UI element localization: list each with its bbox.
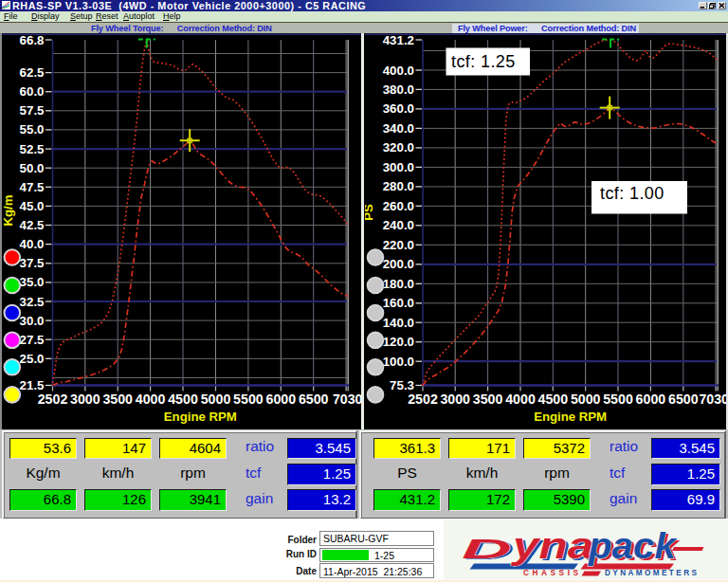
svg-text:6500: 6500 <box>668 392 699 407</box>
svg-text:5500: 5500 <box>603 392 633 407</box>
svg-text:30.0: 30.0 <box>20 314 45 328</box>
svg-text:320.0: 320.0 <box>383 140 414 155</box>
svg-text:52.5: 52.5 <box>20 142 45 156</box>
svg-text:6000: 6000 <box>266 392 297 407</box>
svg-text:62.5: 62.5 <box>20 65 45 80</box>
svg-text:27.5: 27.5 <box>20 333 45 347</box>
svg-text:21.5: 21.5 <box>20 378 45 392</box>
svg-text:5000: 5000 <box>201 392 231 407</box>
svg-text:42.5: 42.5 <box>20 218 45 232</box>
svg-text:360.0: 360.0 <box>383 101 414 116</box>
svg-text:431.2: 431.2 <box>383 33 414 47</box>
svg-text:280.0: 280.0 <box>383 179 414 193</box>
svg-text:2502: 2502 <box>38 392 68 407</box>
svg-text:3000: 3000 <box>70 392 100 407</box>
svg-text:200.0: 200.0 <box>383 257 414 271</box>
svg-text:220.0: 220.0 <box>383 238 414 252</box>
svg-text:3500: 3500 <box>102 392 133 407</box>
svg-text:PS: PS <box>365 204 375 221</box>
svg-text:3000: 3000 <box>440 392 470 407</box>
svg-text:yna: yna <box>511 525 593 565</box>
svg-text:35.0: 35.0 <box>20 275 45 289</box>
svg-text:25.0: 25.0 <box>20 352 45 366</box>
svg-text:2502: 2502 <box>408 392 438 407</box>
svg-text:6500: 6500 <box>299 392 329 407</box>
svg-text:400.0: 400.0 <box>383 64 414 78</box>
svg-text:7030: 7030 <box>699 392 726 407</box>
svg-text:DYNAMOMETERS: DYNAMOMETERS <box>605 569 699 577</box>
svg-text:4500: 4500 <box>168 392 198 407</box>
svg-text:240.0: 240.0 <box>383 218 414 232</box>
svg-text:CHASSIS: CHASSIS <box>523 569 582 577</box>
svg-text:100.0: 100.0 <box>383 355 414 369</box>
svg-text:pack: pack <box>588 526 678 566</box>
svg-text:55.0: 55.0 <box>20 122 45 137</box>
svg-text:57.5: 57.5 <box>20 103 45 118</box>
svg-text:300.0: 300.0 <box>383 160 414 174</box>
svg-text:4000: 4000 <box>136 392 166 407</box>
svg-text:340.0: 340.0 <box>383 121 414 136</box>
svg-text:180.0: 180.0 <box>383 277 414 291</box>
svg-text:32.5: 32.5 <box>20 295 45 309</box>
svg-text:7030: 7030 <box>333 392 361 407</box>
svg-text:45.0: 45.0 <box>20 199 45 213</box>
svg-text:5000: 5000 <box>571 392 601 407</box>
svg-text:60.0: 60.0 <box>20 84 45 99</box>
svg-text:Engine RPM: Engine RPM <box>534 410 607 424</box>
svg-text:tcf: 1.25: tcf: 1.25 <box>451 52 516 71</box>
svg-text:D: D <box>462 533 512 563</box>
svg-text:380.0: 380.0 <box>383 82 414 97</box>
svg-text:6000: 6000 <box>636 392 666 407</box>
svg-text:Engine RPM: Engine RPM <box>164 410 237 424</box>
svg-text:260.0: 260.0 <box>383 199 414 213</box>
svg-text:47.5: 47.5 <box>20 180 45 194</box>
svg-text:5500: 5500 <box>233 392 264 407</box>
svg-text:160.0: 160.0 <box>383 296 414 310</box>
svg-text:66.8: 66.8 <box>20 33 45 47</box>
svg-text:140.0: 140.0 <box>383 316 414 330</box>
svg-text:120.0: 120.0 <box>383 335 414 349</box>
svg-text:Kg/m: Kg/m <box>2 195 15 227</box>
svg-text:4000: 4000 <box>505 392 536 407</box>
svg-text:tcf: 1.00: tcf: 1.00 <box>600 184 664 203</box>
svg-text:40.0: 40.0 <box>20 237 45 251</box>
svg-text:37.5: 37.5 <box>20 256 45 270</box>
svg-text:50.0: 50.0 <box>20 161 45 175</box>
svg-text:3500: 3500 <box>473 392 503 407</box>
svg-text:4500: 4500 <box>538 392 569 407</box>
svg-text:75.3: 75.3 <box>390 378 414 392</box>
